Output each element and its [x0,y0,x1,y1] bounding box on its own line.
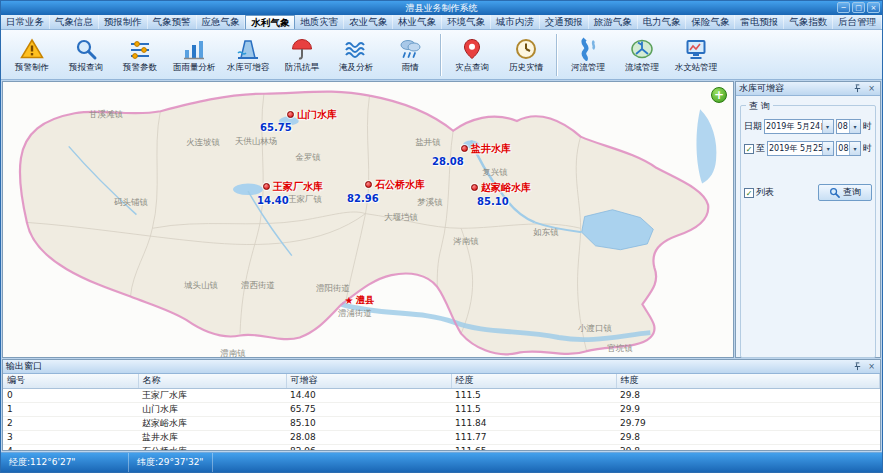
date-to-row: ✓ 至 2019年 5月25日 ▾ 08 ▾ 时 [744,141,872,156]
reservoir-marker[interactable] [287,111,294,118]
params-icon [128,37,152,61]
output-table-row[interactable]: 0王家厂水库14.40111.529.8 [3,388,880,402]
close-icon[interactable]: × [866,83,877,94]
close-icon[interactable]: × [867,2,880,13]
date-to-select[interactable]: 2019年 5月25日 ▾ [767,141,834,156]
toolbar-button[interactable]: 河流管理 [561,35,615,74]
output-cell: 111.84 [451,416,616,430]
menu-tab[interactable]: 农业气象 [344,15,393,29]
menu-tab[interactable]: 城市内涝 [491,15,540,29]
output-cell: 111.5 [451,402,616,416]
reservoir-name-label: 赵家峪水库 [481,181,531,195]
menu-tab[interactable]: 气象信息 [50,15,99,29]
menu-tab[interactable]: 保险气象 [686,15,735,29]
output-table-row[interactable]: 2赵家峪水库85.10111.8429.79 [3,416,880,430]
menu-tab[interactable]: 地质灾害 [295,15,344,29]
app-window: 澧县业务制作系统 ─ □ × 日常业务气象信息预报制作气象预警应急气象水利气象地… [0,0,883,473]
chevron-down-icon[interactable]: ▾ [822,120,833,133]
menu-tab[interactable]: 雷电预报 [735,15,784,29]
output-column-header[interactable]: 可增容 [286,374,451,388]
pin-icon [460,37,484,61]
toolbar-button[interactable]: 预警制作 [5,35,59,74]
output-cell: 3 [3,430,138,444]
map-area[interactable]: 甘溪滩镇火连坡镇天供山林场金罗镇盐井镇码头铺镇王家厂镇梦溪镇复兴镇大堰垱镇涔南镇… [2,81,734,358]
toolbar-button[interactable]: 防汛抗旱 [275,35,329,74]
window-title: 澧县业务制作系统 [406,2,478,15]
town-label: 澧西街道 [241,280,275,292]
chevron-down-icon[interactable]: ▾ [849,120,860,133]
chevron-down-icon[interactable]: ▾ [822,142,833,155]
output-column-header[interactable]: 编号 [3,374,138,388]
output-cell: 28.08 [286,430,451,444]
date-from-select[interactable]: 2019年 5月24日 ▾ [764,119,834,134]
output-table-row[interactable]: 4石公桥水库82.96111.6529.8 [3,444,880,450]
list-checkbox[interactable]: ✓ [744,188,754,198]
pin-icon[interactable] [852,83,863,94]
town-label: 金罗镇 [295,152,321,164]
toolbar-button[interactable]: 流域管理 [615,35,669,74]
hour-to-select[interactable]: 08 ▾ [836,141,861,156]
hour-from-select[interactable]: 08 ▾ [836,119,861,134]
toolbar-button[interactable]: 水库可增容 [221,35,275,74]
river-icon [576,37,600,61]
reservoir-name-label: 石公桥水库 [375,178,425,192]
menu-tab[interactable]: 旅游气象 [589,15,638,29]
town-label: 澧南镇 [220,348,246,358]
menu-tab[interactable]: 气象指数 [784,15,833,29]
output-table-container: 编号名称可增容经度纬度 0王家厂水库14.40111.529.81山门水库65.… [3,374,880,450]
map-add-icon[interactable]: + [711,87,727,103]
clock-icon [514,37,538,61]
minimize-icon[interactable]: ─ [837,2,850,13]
reservoir-marker[interactable] [365,181,372,188]
query-button[interactable]: 查询 [818,184,872,201]
main-content: 甘溪滩镇火连坡镇天供山林场金罗镇盐井镇码头铺镇王家厂镇梦溪镇复兴镇大堰垱镇涔南镇… [1,80,882,359]
query-form: 查 询 日期 2019年 5月24日 ▾ 08 ▾ 时 [736,96,880,357]
reservoir-capacity-value: 28.08 [432,156,464,167]
output-cell: 4 [3,444,138,450]
town-label: 火连坡镇 [186,137,220,149]
output-column-header[interactable]: 名称 [138,374,286,388]
station-icon [684,37,708,61]
toolbar-button[interactable]: 面雨量分析 [167,35,221,74]
toolbar-button[interactable]: 灾点查询 [445,35,499,74]
toolbar-button[interactable]: 预警参数 [113,35,167,74]
output-column-header[interactable]: 纬度 [616,374,880,388]
reservoir-marker[interactable] [263,183,270,190]
menu-tab[interactable]: 日常业务 [1,15,50,29]
toolbar-button[interactable]: 水文站管理 [669,35,723,74]
output-table-row[interactable]: 1山门水库65.75111.529.9 [3,402,880,416]
output-window: 输出窗口 × 编号名称可增容经度纬度 0王家厂水库14.40111.529.81… [2,359,881,451]
menu-tab[interactable]: 林业气象 [393,15,442,29]
reservoir-marker[interactable] [461,145,468,152]
raincloud-icon [398,37,422,61]
town-label: 盐井镇 [415,137,441,149]
toolbar-button[interactable]: 历史灾情 [499,35,553,74]
toolbar-button[interactable]: 雨情 [383,35,437,74]
toolbar-label: 水库可增容 [227,62,270,74]
town-label: 大堰垱镇 [384,212,418,224]
to-checkbox[interactable]: ✓ [744,144,754,154]
status-latitude: 纬度:29°37'32" [129,453,213,472]
menu-tab[interactable]: 后台管理 [833,15,882,29]
maximize-icon[interactable]: □ [852,2,865,13]
menu-tab[interactable]: 应急气象 [197,15,246,29]
reservoir-marker[interactable] [471,184,478,191]
panel-title: 水库可增容 [739,82,784,95]
output-table-row[interactable]: 3盐井水库28.08111.7729.8 [3,430,880,444]
reservoir-capacity-panel: 水库可增容 × 查 询 日期 2019年 5月24日 ▾ [735,81,881,358]
toolbar-button[interactable]: 淹及分析 [329,35,383,74]
menu-tab[interactable]: 气象预警 [148,15,197,29]
chevron-down-icon[interactable]: ▾ [849,142,860,155]
menu-tab[interactable]: 环境气象 [442,15,491,29]
close-icon[interactable]: × [866,361,877,372]
menu-tab[interactable]: 交通预报 [540,15,589,29]
menu-tab[interactable]: 电力气象 [638,15,687,29]
menu-tab[interactable]: 预报制作 [99,15,148,29]
map-overlay: 甘溪滩镇火连坡镇天供山林场金罗镇盐井镇码头铺镇王家厂镇梦溪镇复兴镇大堰垱镇涔南镇… [3,82,733,357]
output-cell: 82.96 [286,444,451,450]
pin-icon[interactable] [852,361,863,372]
output-cell: 111.5 [451,388,616,402]
toolbar-button[interactable]: 预报查询 [59,35,113,74]
menu-tab[interactable]: 水利气象 [245,15,295,29]
output-column-header[interactable]: 经度 [451,374,616,388]
